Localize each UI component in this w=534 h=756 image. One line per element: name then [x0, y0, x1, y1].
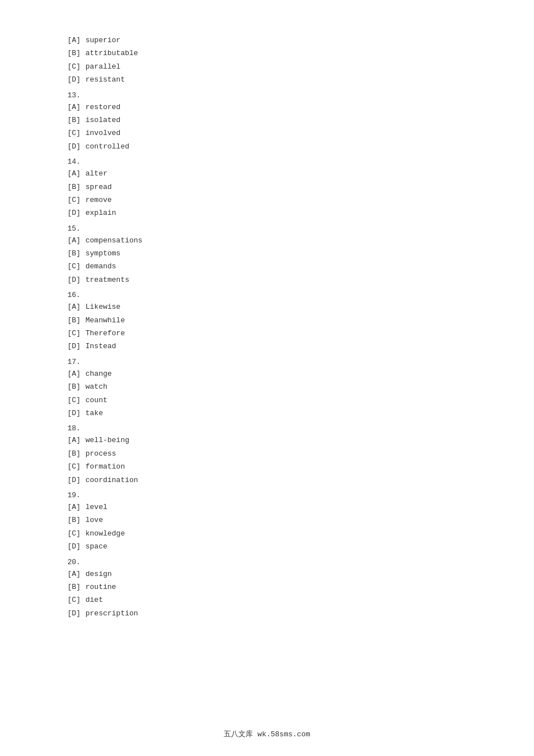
question-block-2: 14.[A]alter[B]spread[C]remove[D]explain	[67, 158, 467, 220]
option-row-7-1: [B]love	[67, 514, 467, 526]
footer: 五八文库 wk.58sms.com	[0, 729, 534, 739]
option-row-3-0: [A]compensations	[67, 234, 467, 247]
question-number-3: 15.	[67, 224, 467, 233]
option-text-7-2: knowledge	[85, 527, 125, 540]
option-text-7-1: love	[85, 514, 103, 526]
option-label-5-1: [B]	[67, 380, 83, 393]
option-text-4-1: Meanwhile	[85, 314, 125, 327]
option-row-7-0: [A]level	[67, 501, 467, 514]
option-row-2-1: [B]spread	[67, 181, 467, 194]
question-block-7: 19.[A]level[B]love[C]knowledge[D]space	[67, 491, 467, 554]
option-row-0-3: [D]resistant	[67, 73, 467, 86]
option-row-1-1: [B]isolated	[67, 114, 467, 127]
option-text-3-2: demands	[85, 260, 116, 273]
option-text-1-3: controlled	[85, 140, 129, 153]
question-block-5: 17.[A]change[B]watch[C]count[D]take	[67, 358, 467, 420]
option-row-0-0: [A]superior	[67, 34, 467, 47]
option-text-8-3: prescription	[85, 607, 138, 620]
option-label-6-3: [D]	[67, 474, 83, 487]
question-block-4: 16.[A]Likewise[B]Meanwhile[C]Therefore[D…	[67, 291, 467, 353]
option-label-8-0: [A]	[67, 568, 83, 580]
option-row-8-1: [B]routine	[67, 580, 467, 593]
option-label-3-3: [D]	[67, 273, 83, 286]
option-label-7-0: [A]	[67, 501, 83, 514]
option-label-3-2: [C]	[67, 260, 83, 273]
option-label-4-0: [A]	[67, 300, 83, 313]
option-label-0-2: [C]	[67, 60, 83, 73]
option-label-5-0: [A]	[67, 367, 83, 380]
question-number-5: 17.	[67, 358, 467, 366]
option-text-3-1: symptoms	[85, 247, 120, 260]
option-label-8-1: [B]	[67, 580, 83, 593]
option-label-3-1: [B]	[67, 247, 83, 260]
option-label-3-0: [A]	[67, 234, 83, 247]
option-label-2-3: [D]	[67, 206, 83, 219]
option-text-2-2: remove	[85, 194, 112, 206]
option-row-4-0: [A]Likewise	[67, 300, 467, 313]
option-text-8-0: design	[85, 568, 112, 580]
option-text-1-0: restored	[85, 101, 120, 114]
option-text-0-1: attributable	[85, 47, 138, 60]
option-label-6-0: [A]	[67, 434, 83, 447]
option-label-0-1: [B]	[67, 47, 83, 60]
option-row-1-3: [D]controlled	[67, 140, 467, 153]
question-number-1: 13.	[67, 91, 467, 100]
option-label-6-2: [C]	[67, 460, 83, 473]
option-label-4-3: [D]	[67, 340, 83, 353]
question-number-8: 20.	[67, 558, 467, 566]
option-label-2-1: [B]	[67, 181, 83, 194]
question-block-8: 20.[A]design[B]routine[C]diet[D]prescrip…	[67, 558, 467, 620]
option-label-4-1: [B]	[67, 314, 83, 327]
option-label-5-3: [D]	[67, 407, 83, 420]
option-row-3-3: [D]treatments	[67, 273, 467, 286]
option-text-3-3: treatments	[85, 273, 129, 286]
option-label-4-2: [C]	[67, 327, 83, 340]
question-block-1: 13.[A]restored[B]isolated[C]involved[D]c…	[67, 91, 467, 154]
option-row-7-2: [C]knowledge	[67, 527, 467, 540]
option-text-2-1: spread	[85, 181, 112, 194]
option-row-1-2: [C]involved	[67, 127, 467, 140]
option-text-7-0: level	[85, 501, 107, 514]
option-row-2-3: [D]explain	[67, 206, 467, 219]
option-text-2-0: alter	[85, 167, 107, 180]
option-text-4-0: Likewise	[85, 300, 120, 313]
option-row-4-3: [D]Instead	[67, 340, 467, 353]
option-label-1-1: [B]	[67, 114, 83, 127]
option-label-7-2: [C]	[67, 527, 83, 540]
option-text-6-3: coordination	[85, 474, 138, 487]
option-row-2-2: [C]remove	[67, 194, 467, 206]
option-label-2-2: [C]	[67, 194, 83, 206]
option-row-8-2: [C]diet	[67, 593, 467, 606]
option-text-6-1: process	[85, 447, 116, 460]
option-text-0-3: resistant	[85, 73, 125, 86]
option-row-2-0: [A]alter	[67, 167, 467, 180]
option-label-7-1: [B]	[67, 514, 83, 526]
option-row-6-1: [B]process	[67, 447, 467, 460]
option-row-5-1: [B]watch	[67, 380, 467, 393]
option-row-4-1: [B]Meanwhile	[67, 314, 467, 327]
question-number-2: 14.	[67, 158, 467, 166]
option-row-5-2: [C]count	[67, 394, 467, 407]
question-block-3: 15.[A]compensations[B]symptoms[C]demands…	[67, 224, 467, 287]
option-row-5-3: [D]take	[67, 407, 467, 420]
option-label-1-0: [A]	[67, 101, 83, 114]
option-label-0-3: [D]	[67, 73, 83, 86]
option-label-5-2: [C]	[67, 394, 83, 407]
option-text-5-0: change	[85, 367, 112, 380]
option-text-5-1: watch	[85, 380, 107, 393]
content: [A]superior[B]attributable[C]parallel[D]…	[67, 34, 467, 620]
option-text-1-1: isolated	[85, 114, 120, 127]
option-label-1-2: [C]	[67, 127, 83, 140]
option-text-0-0: superior	[85, 34, 120, 47]
option-row-6-0: [A]well-being	[67, 434, 467, 447]
option-text-6-0: well-being	[85, 434, 129, 447]
option-text-4-3: Instead	[85, 340, 116, 353]
option-text-6-2: formation	[85, 460, 125, 473]
option-row-1-0: [A]restored	[67, 101, 467, 114]
question-block-0: [A]superior[B]attributable[C]parallel[D]…	[67, 34, 467, 87]
option-row-7-3: [D]space	[67, 540, 467, 553]
option-label-1-3: [D]	[67, 140, 83, 153]
option-text-1-2: involved	[85, 127, 120, 140]
question-number-7: 19.	[67, 491, 467, 500]
question-number-6: 18.	[67, 424, 467, 433]
